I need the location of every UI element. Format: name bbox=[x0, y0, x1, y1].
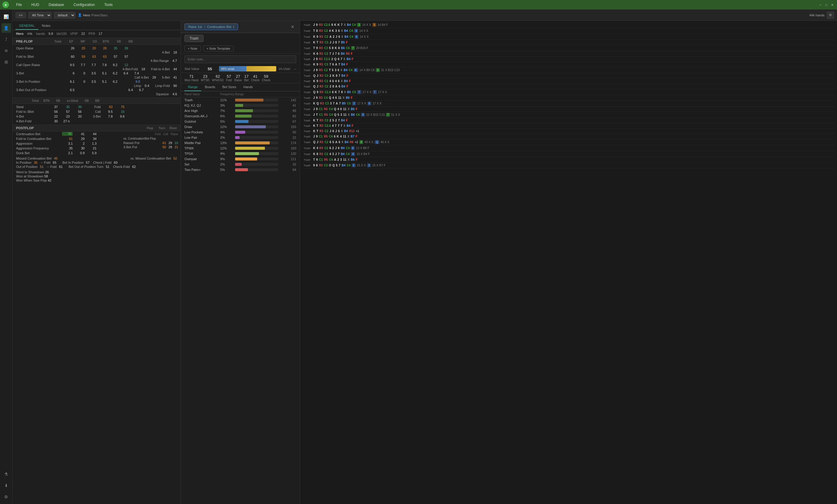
range-nav-range[interactable]: Range bbox=[184, 83, 201, 91]
hand-trash[interactable]: Trash bbox=[304, 130, 312, 133]
card-token: J bbox=[313, 96, 315, 99]
hand-trash[interactable]: Trash bbox=[304, 74, 312, 77]
range-nav-hands[interactable]: Hands bbox=[240, 83, 256, 91]
hand-trash[interactable]: Trash bbox=[304, 158, 312, 161]
hand-trash[interactable]: Trash bbox=[304, 35, 312, 38]
wtsd-label: WTSD bbox=[201, 79, 210, 82]
card-token: C2.6 bbox=[324, 91, 331, 94]
hand-trash[interactable]: Trash bbox=[304, 80, 312, 83]
card-token: J bbox=[317, 141, 319, 144]
time-filter-select[interactable]: All Time bbox=[28, 12, 52, 18]
card-token: 6 bbox=[338, 85, 340, 88]
menu-hud[interactable]: HUD bbox=[29, 1, 41, 8]
app-logo: ♠ bbox=[2, 1, 9, 8]
sidebar-icon-share[interactable]: ⤴ bbox=[1, 35, 11, 44]
hand-trash[interactable]: Trash bbox=[304, 135, 312, 138]
hand-trash[interactable]: Trash bbox=[304, 102, 312, 105]
tab-general[interactable]: GENERAL bbox=[16, 22, 38, 30]
card-token: 5 bbox=[336, 164, 338, 167]
range-nav-bet-sizes[interactable]: Bet Sizes bbox=[219, 83, 239, 91]
card-token: J bbox=[313, 113, 315, 116]
expand-button[interactable]: >> bbox=[16, 12, 26, 18]
menu-file[interactable]: File bbox=[14, 1, 24, 8]
settings-gear-button[interactable]: ⚙ bbox=[827, 12, 834, 19]
range-bar-fill bbox=[235, 168, 248, 171]
hand-trash[interactable]: Trash bbox=[304, 125, 312, 127]
sidebar-icon-stats[interactable]: 📊 bbox=[1, 12, 11, 21]
hand-trash[interactable]: Trash bbox=[304, 41, 312, 44]
add-note-button[interactable]: + Note bbox=[184, 45, 201, 52]
minimize-button[interactable]: ─ bbox=[818, 2, 823, 7]
hand-trash[interactable]: Trash bbox=[304, 30, 312, 33]
hand-trash[interactable]: Trash bbox=[304, 58, 312, 61]
hand-trash[interactable]: Trash bbox=[304, 47, 312, 50]
sidebar-icon-tags[interactable]: ⊞ bbox=[1, 57, 11, 67]
hand-trash[interactable]: Trash bbox=[304, 108, 312, 111]
sidebar-icon-filter2[interactable]: ⚗ bbox=[1, 469, 11, 479]
sidebar-icon-import[interactable]: ⬇ bbox=[1, 481, 11, 490]
add-note-template-button[interactable]: + Note Template bbox=[203, 45, 234, 52]
col-bb: BB bbox=[122, 40, 133, 43]
check-label: Check bbox=[251, 79, 259, 82]
card-token: R5 bbox=[324, 113, 328, 116]
card-token: T bbox=[317, 41, 318, 44]
maximize-button[interactable]: □ bbox=[824, 2, 829, 7]
card-token: C2 bbox=[324, 69, 328, 72]
sidebar-icon-player[interactable]: 👤 bbox=[1, 23, 11, 33]
card-token: K bbox=[335, 46, 337, 50]
card-token: C4 bbox=[350, 35, 353, 38]
num-badge2: 6 bbox=[368, 101, 372, 106]
hand-trash[interactable]: Trash bbox=[304, 164, 312, 167]
hand-trash[interactable]: Trash bbox=[304, 52, 312, 55]
hand-trash[interactable]: Trash bbox=[304, 153, 312, 156]
close-range-button[interactable]: ✕ bbox=[289, 23, 296, 30]
hand-trash[interactable]: Trash bbox=[304, 23, 312, 26]
range-row-count: 155 bbox=[278, 125, 296, 129]
range-row-pct: 6% bbox=[220, 114, 235, 118]
note-input[interactable] bbox=[184, 55, 296, 63]
card-token: 2 bbox=[331, 57, 333, 61]
hero-pfr-label: PFR bbox=[89, 32, 95, 35]
toolbar: >> All Time default 👤 Hero PokerStars 44… bbox=[13, 10, 837, 21]
menu-configuration[interactable]: Configuration bbox=[71, 1, 97, 8]
range-row: Draw 12% 155 bbox=[181, 124, 300, 130]
num-badge: 8 bbox=[351, 146, 355, 150]
range-row-bar bbox=[235, 157, 278, 161]
card-token: B4 bbox=[344, 130, 348, 133]
range-nav-boards[interactable]: Boards bbox=[201, 83, 219, 91]
range-row-bar bbox=[235, 104, 278, 107]
hand-trash[interactable]: Trash bbox=[304, 91, 312, 94]
close-button[interactable]: ✕ bbox=[830, 2, 835, 7]
card-token: C3 bbox=[324, 119, 328, 122]
hand-trash[interactable]: Trash bbox=[304, 96, 312, 99]
trash-button[interactable]: Trash bbox=[184, 35, 203, 42]
hand-trash[interactable]: Trash bbox=[304, 63, 312, 66]
menu-database[interactable]: Database bbox=[46, 1, 66, 8]
card-token: 6 bbox=[338, 130, 340, 133]
card-token: R5 bbox=[324, 135, 328, 138]
tab-notes[interactable]: Notes bbox=[38, 22, 54, 30]
sidebar-icon-filter[interactable]: ≋ bbox=[1, 46, 11, 55]
hand-val1: 14 X X bbox=[359, 29, 368, 33]
stat-bar-label: 48% weak bbox=[221, 67, 234, 71]
hand-trash[interactable]: Trash bbox=[304, 113, 312, 116]
profile-select[interactable]: default bbox=[54, 12, 75, 18]
card-token: B6 bbox=[351, 158, 355, 161]
card-token: K bbox=[313, 102, 315, 105]
sidebar-icon-settings[interactable]: ⚙ bbox=[1, 492, 11, 502]
hero-hands: 44k bbox=[27, 32, 33, 35]
hand-trash[interactable]: Trash bbox=[304, 119, 312, 122]
range-row-bar bbox=[235, 136, 278, 139]
range-row-bar bbox=[235, 98, 278, 101]
hero-selector[interactable]: 👤 Hero PokerStars bbox=[78, 13, 108, 17]
hand-trash[interactable]: Trash bbox=[304, 141, 312, 144]
range-row-pct: 9% bbox=[220, 157, 235, 161]
preflop-stats: Open Raise 26 20 20 28 35 39 4-Bet 18 Fo… bbox=[13, 45, 181, 97]
stat-value-num: 55 bbox=[208, 67, 217, 71]
hand-trash[interactable]: Trash bbox=[304, 69, 312, 72]
card-token: +2 bbox=[355, 141, 358, 144]
menu-tools[interactable]: Tools bbox=[102, 1, 115, 8]
hand-trash[interactable]: Trash bbox=[304, 85, 312, 88]
hand-trash[interactable]: Trash bbox=[304, 147, 312, 150]
card-token: C4 bbox=[329, 158, 333, 161]
